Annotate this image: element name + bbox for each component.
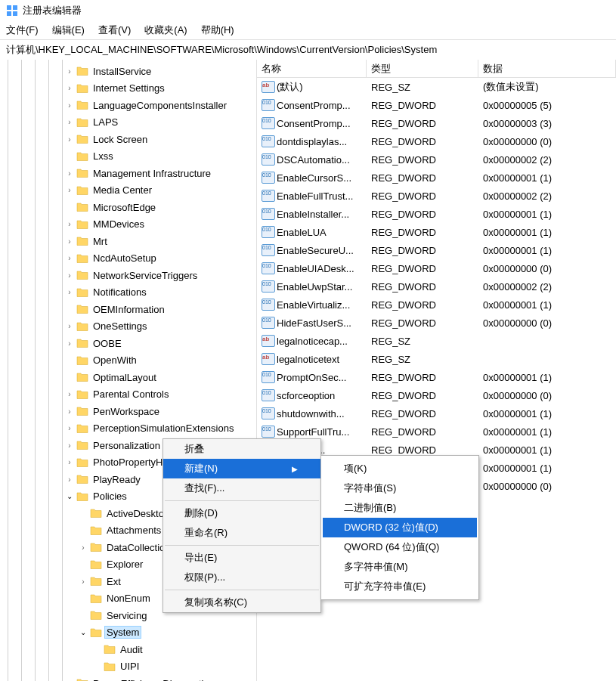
chevron-right-icon[interactable]: ›	[65, 288, 74, 296]
chevron-right-icon[interactable]: ›	[65, 237, 74, 246]
tree-item[interactable]: MicrosoftEdge	[0, 199, 256, 216]
ctx-export[interactable]: 导出(E)	[163, 548, 320, 568]
chevron-right-icon[interactable]: ›	[65, 135, 74, 144]
sub-key[interactable]: 项(K)	[323, 459, 477, 478]
chevron-right-icon[interactable]: ›	[65, 458, 74, 466]
chevron-right-icon[interactable]: ›	[65, 67, 74, 76]
value-row[interactable]: 010EnableLUAREG_DWORD0x00000001 (1)	[257, 223, 616, 241]
menu-help[interactable]: 帮助(H)	[201, 23, 234, 37]
sub-multistring[interactable]: 多字符串值(M)	[323, 557, 477, 577]
tree-item[interactable]: UIPI	[0, 658, 256, 676]
value-row[interactable]: 010EnableCursorS...REG_DWORD0x00000001 (…	[257, 169, 616, 187]
value-row[interactable]: 010shutdownwith...REG_DWORD0x00000001 (1…	[257, 404, 616, 423]
tree-item[interactable]: ›PowerEfficiencyDiagnostics	[0, 675, 256, 681]
col-header-data[interactable]: 数据	[478, 60, 616, 77]
tree-item[interactable]: OpenWith	[0, 352, 256, 370]
value-row[interactable]: 010ConsentPromp...REG_DWORD0x00000005 (5…	[257, 96, 616, 114]
chevron-down-icon[interactable]: ⌄	[79, 628, 88, 636]
chevron-right-icon[interactable]: ›	[65, 407, 74, 416]
chevron-right-icon[interactable]: ›	[79, 543, 88, 552]
chevron-right-icon[interactable]: ›	[65, 118, 74, 126]
tree-item[interactable]: ›OOBE	[0, 335, 256, 352]
sub-expandstring[interactable]: 可扩充字符串值(E)	[323, 577, 477, 596]
chevron-right-icon[interactable]: ›	[65, 101, 74, 110]
tree-item[interactable]: ›OneSettings	[0, 318, 256, 336]
tree-item[interactable]: ›InstallService	[0, 63, 256, 80]
tree-item[interactable]: ›Mrt	[0, 233, 256, 250]
tree-item[interactable]: ›PerceptionSimulationExtensions	[0, 420, 256, 438]
sub-qword[interactable]: QWORD (64 位)值(Q)	[323, 537, 477, 557]
value-row[interactable]: 010EnableInstaller...REG_DWORD0x00000001…	[257, 205, 616, 223]
chevron-right-icon[interactable]: ›	[65, 220, 74, 228]
separator	[165, 545, 319, 546]
tree-item[interactable]: ›MMDevices	[0, 216, 256, 234]
menu-file[interactable]: 文件(F)	[6, 23, 39, 37]
menu-favorites[interactable]: 收藏夹(A)	[144, 23, 187, 37]
dword-value-icon: 010	[262, 426, 275, 438]
col-header-name[interactable]: 名称	[257, 60, 367, 77]
tree-item[interactable]: ›NcdAutoSetup	[0, 250, 256, 268]
chevron-right-icon[interactable]: ›	[65, 475, 74, 484]
folder-icon	[76, 184, 88, 197]
tree-item[interactable]: Lxss	[0, 148, 256, 166]
chevron-right-icon[interactable]: ›	[65, 424, 74, 432]
tree-item[interactable]: ›Management Infrastructure	[0, 165, 256, 182]
context-menu[interactable]: 折叠 新建(N)▶ 查找(F)... 删除(D) 重命名(R) 导出(E) 权限…	[163, 438, 321, 613]
value-row[interactable]: 010PromptOnSec...REG_DWORD0x00000001 (1)	[257, 368, 616, 386]
tree-item[interactable]: OEMInformation	[0, 301, 256, 318]
chevron-right-icon[interactable]: ›	[65, 441, 74, 450]
value-row[interactable]: 010EnableFullTrust...REG_DWORD0x00000002…	[257, 187, 616, 205]
chevron-right-icon[interactable]: ›	[65, 186, 74, 194]
value-row[interactable]: 010EnableVirtualiz...REG_DWORD0x00000001…	[257, 296, 616, 314]
tree-item[interactable]: Audit	[0, 641, 256, 658]
menu-view[interactable]: 查看(V)	[98, 23, 131, 37]
value-row[interactable]: ablegalnoticecap...REG_SZ	[257, 332, 616, 350]
list-body[interactable]: ab(默认)REG_SZ(数值未设置)010ConsentPromp...REG…	[257, 78, 616, 495]
value-row[interactable]: 010ConsentPromp...REG_DWORD0x00000003 (3…	[257, 114, 616, 132]
sub-dword[interactable]: DWORD (32 位)值(D)	[323, 518, 477, 537]
tree-item[interactable]: ›Lock Screen	[0, 131, 256, 148]
value-row[interactable]: 010EnableUwpStar...REG_DWORD0x00000002 (…	[257, 277, 616, 296]
value-row[interactable]: 010EnableUIADesk...REG_DWORD0x00000000 (…	[257, 259, 616, 277]
tree-item[interactable]: ›NetworkServiceTriggers	[0, 267, 256, 284]
value-row[interactable]: ablegalnoticetextREG_SZ	[257, 350, 616, 368]
tree-item[interactable]: ›Media Center	[0, 182, 256, 200]
tree-item[interactable]: ›Notifications	[0, 284, 256, 302]
chevron-right-icon[interactable]: ›	[65, 390, 74, 398]
value-row[interactable]: ab(默认)REG_SZ(数值未设置)	[257, 78, 616, 96]
value-data: 0x00000001 (1)	[478, 244, 616, 257]
tree-item[interactable]: ⌄System	[0, 624, 256, 642]
chevron-right-icon[interactable]: ›	[65, 169, 74, 178]
value-row[interactable]: 010HideFastUserS...REG_DWORD0x00000000 (…	[257, 314, 616, 332]
value-row[interactable]: 010DSCAutomatio...REG_DWORD0x00000002 (2…	[257, 150, 616, 169]
sub-binary[interactable]: 二进制值(B)	[323, 498, 477, 518]
new-submenu[interactable]: 项(K) 字符串值(S) 二进制值(B) DWORD (32 位)值(D) QW…	[320, 455, 479, 600]
tree-item[interactable]: ›LanguageComponentsInstaller	[0, 97, 256, 114]
tree-item[interactable]: OptimalLayout	[0, 369, 256, 386]
chevron-down-icon[interactable]: ⌄	[65, 492, 74, 500]
ctx-permissions[interactable]: 权限(P)...	[163, 568, 320, 587]
value-row[interactable]: 010scforceoptionREG_DWORD0x00000000 (0)	[257, 386, 616, 404]
chevron-right-icon[interactable]: ›	[65, 84, 74, 92]
col-header-type[interactable]: 类型	[367, 60, 478, 77]
tree-item[interactable]: ›Internet Settings	[0, 80, 256, 98]
address-bar[interactable]: 计算机\HKEY_LOCAL_MACHINE\SOFTWARE\Microsof…	[0, 39, 616, 60]
tree-item[interactable]: ›LAPS	[0, 114, 256, 132]
ctx-delete[interactable]: 删除(D)	[163, 503, 320, 523]
menu-edit[interactable]: 编辑(E)	[52, 23, 85, 37]
ctx-new[interactable]: 新建(N)▶	[163, 459, 320, 478]
sub-string[interactable]: 字符串值(S)	[323, 478, 477, 498]
ctx-copy-key-name[interactable]: 复制项名称(C)	[163, 593, 320, 612]
tree-item[interactable]: ›PenWorkspace	[0, 403, 256, 420]
tree-item[interactable]: ›Parental Controls	[0, 386, 256, 404]
chevron-right-icon[interactable]: ›	[79, 577, 88, 586]
ctx-collapse[interactable]: 折叠	[163, 439, 320, 459]
chevron-right-icon[interactable]: ›	[65, 322, 74, 330]
chevron-right-icon[interactable]: ›	[65, 271, 74, 280]
value-row[interactable]: 010EnableSecureU...REG_DWORD0x00000001 (…	[257, 241, 616, 259]
chevron-right-icon[interactable]: ›	[65, 339, 74, 348]
ctx-rename[interactable]: 重命名(R)	[163, 523, 320, 543]
value-row[interactable]: 010dontdisplaylas...REG_DWORD0x00000000 …	[257, 132, 616, 150]
ctx-find[interactable]: 查找(F)...	[163, 478, 320, 498]
chevron-right-icon[interactable]: ›	[65, 254, 74, 262]
